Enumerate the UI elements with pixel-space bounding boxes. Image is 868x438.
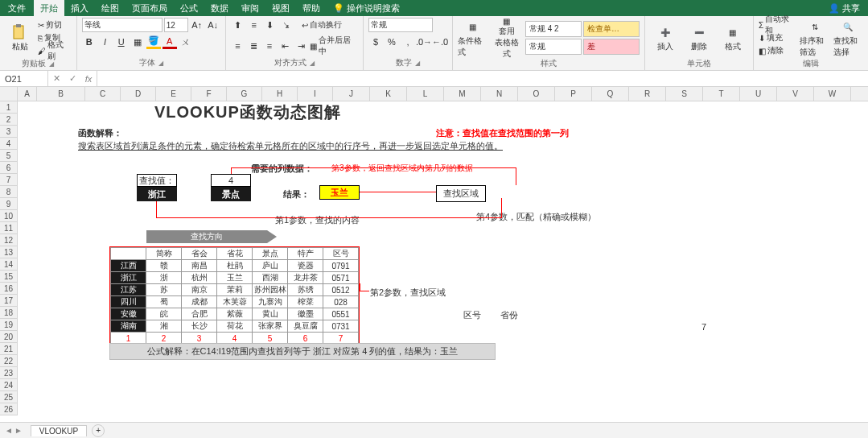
tell-me[interactable]: 💡操作说明搜索 [327,0,406,16]
fill-color-button[interactable]: 🪣 [146,35,161,49]
font-name-select[interactable]: 等线 [82,18,162,32]
border-button[interactable]: ▦ [130,35,145,49]
enter-formula-icon[interactable]: ✓ [64,71,80,86]
row-header[interactable]: 14 [0,258,17,271]
align-bottom-icon[interactable]: ⬇ [263,18,278,32]
row-header[interactable]: 9 [0,198,17,210]
row-header[interactable]: 10 [0,210,17,222]
row-header[interactable]: 16 [0,283,17,295]
cut-button[interactable]: ✂剪切 [38,19,71,31]
col-header[interactable]: Q [592,87,629,101]
tab-home[interactable]: 开始 [34,0,64,16]
row-header[interactable]: 7 [0,174,17,186]
font-dialog-icon[interactable]: ◢ [158,60,163,67]
painter-button[interactable]: 🖌格式刷 [38,45,71,57]
align-dialog-icon[interactable]: ◢ [310,60,315,67]
number-format-select[interactable]: 常规 [368,18,433,32]
col-header[interactable]: U [740,87,777,101]
row-header[interactable]: 26 [0,403,17,415]
font-color-button[interactable]: A [162,35,177,49]
wrap-button[interactable]: ↩自动换行 [302,19,342,31]
autosum-button[interactable]: Σ自动求和 [759,19,796,31]
clear-button[interactable]: ◧清除 [759,45,796,57]
col-header[interactable]: C [85,87,121,101]
new-sheet-button[interactable]: + [92,424,105,437]
col-header[interactable]: B [37,87,85,101]
row-header[interactable]: 20 [0,331,17,343]
cancel-formula-icon[interactable]: ✕ [48,71,64,86]
tab-data[interactable]: 数据 [204,0,235,16]
clipboard-dialog-icon[interactable]: ◢ [49,60,54,68]
phonetic-button[interactable]: ㄨ [179,35,193,49]
row-header[interactable]: 6 [0,162,17,174]
sheet-nav-prev-icon[interactable]: ◄ [5,426,13,435]
sheet-tab[interactable]: VLOOKUP [31,425,87,436]
tab-help[interactable]: 帮助 [296,0,327,16]
row-header[interactable]: 2 [0,114,17,126]
row-header[interactable]: 5 [0,150,17,162]
row-header[interactable]: 24 [0,379,17,391]
cells-area[interactable]: VLOOKUP函数动态图解 函数解释： 搜索表区域首列满足条件的元素，确定待检索… [18,101,868,422]
col-header[interactable]: P [555,87,592,101]
indent-dec-icon[interactable]: ⇤ [278,39,293,53]
name-box[interactable]: O21 [0,71,48,86]
bold-button[interactable]: B [82,35,97,49]
col-header[interactable]: S [666,87,703,101]
cond-format-button[interactable]: ▦条件格式 [458,18,488,58]
row-header[interactable]: 8 [0,186,17,198]
sort-filter-button[interactable]: ⇅排序和筛选 [800,18,829,58]
col-header[interactable]: D [121,87,156,101]
style-regular[interactable]: 常规 [525,39,582,55]
tab-formulas[interactable]: 公式 [174,0,204,16]
delete-cells-button[interactable]: ➖删除 [684,18,714,58]
tab-review[interactable]: 审阅 [235,0,265,16]
col-header[interactable]: I [298,87,333,101]
align-right-icon[interactable]: ≡ [262,39,277,53]
format-cells-button[interactable]: ▦格式 [718,18,748,58]
paste-button[interactable]: 粘贴 [5,18,35,58]
align-top-icon[interactable]: ⬆ [231,18,245,32]
row-header[interactable]: 15 [0,271,17,283]
indent-inc-icon[interactable]: ⇥ [294,39,308,53]
column-headers[interactable]: ABCDEFGHIJKLMNOPQRSTUVW [18,87,868,101]
col-header[interactable]: R [629,87,666,101]
row-header[interactable]: 4 [0,138,17,150]
align-center-icon[interactable]: ≣ [246,39,261,53]
col-header[interactable]: O [518,87,555,101]
worksheet-grid[interactable]: ABCDEFGHIJKLMNOPQRSTUVW 1234567891011121… [0,87,868,422]
select-all-triangle[interactable] [0,87,18,101]
sheet-nav-next-icon[interactable]: ► [14,426,23,435]
increase-font-icon[interactable]: A↑ [190,18,204,32]
col-header[interactable]: M [444,87,481,101]
number-dialog-icon[interactable]: ◢ [415,60,420,67]
decrease-font-icon[interactable]: A↓ [206,18,220,32]
col-header[interactable]: F [191,87,227,101]
row-header[interactable]: 21 [0,343,17,355]
tab-draw[interactable]: 绘图 [95,0,125,16]
row-header[interactable]: 13 [0,246,17,258]
file-button[interactable]: 文件 [0,2,34,14]
find-select-button[interactable]: 🔍查找和选择 [833,18,863,58]
merge-button[interactable]: ▦合并后居中 [310,35,358,57]
col-header[interactable]: K [370,87,407,101]
row-headers[interactable]: 1234567891011121314151617181920212223242… [0,101,18,415]
orientation-icon[interactable]: ⭸ [279,18,294,32]
underline-button[interactable]: U [114,35,129,49]
row-header[interactable]: 25 [0,391,17,403]
tab-layout[interactable]: 页面布局 [125,0,174,16]
insert-cells-button[interactable]: ➕插入 [650,18,681,58]
col-header[interactable]: W [814,87,851,101]
fill-button[interactable]: ⬇填充 [759,32,796,44]
row-header[interactable]: 18 [0,307,17,319]
row-header[interactable]: 11 [0,222,17,234]
style-check[interactable]: 检查单… [583,21,640,37]
row-header[interactable]: 23 [0,367,17,379]
comma-icon[interactable]: , [401,35,415,49]
row-header[interactable]: 3 [0,126,17,138]
style-normal[interactable]: 常规 4 2 [525,21,582,37]
col-header[interactable]: J [333,87,370,101]
fx-icon[interactable]: fx [80,71,97,86]
col-header[interactable]: L [407,87,444,101]
percent-icon[interactable]: % [385,35,399,49]
col-header[interactable]: G [227,87,262,101]
